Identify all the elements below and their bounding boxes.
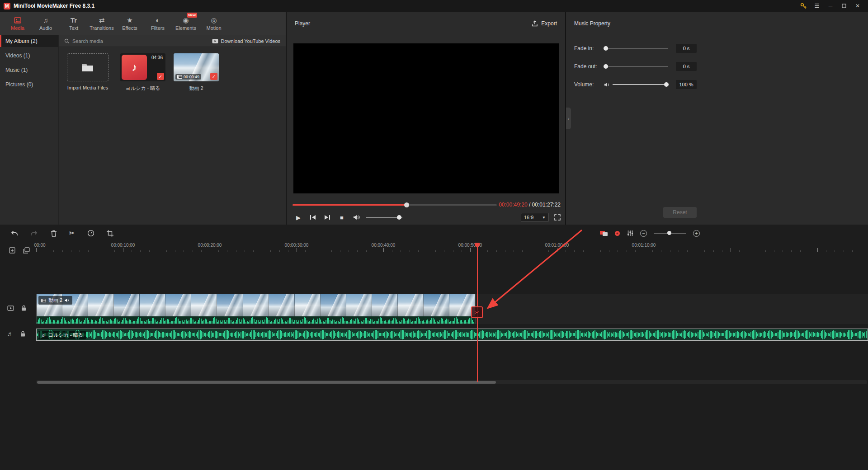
split-scissors-icon[interactable]: ✂	[69, 229, 75, 237]
music-card-box[interactable]: ♪ 04:36 ✓	[120, 53, 165, 81]
video-clip-label: 動画 2	[48, 297, 62, 304]
panel-title: Music Property	[566, 12, 868, 35]
progress-handle[interactable]	[404, 202, 409, 207]
menu-icon[interactable]: ☰	[810, 0, 824, 12]
audio-mixer-icon[interactable]	[627, 230, 633, 236]
timeline-ruler[interactable]: 00:00 00:00:10:00 00:00:20:00 00:00:30:0…	[0, 243, 868, 251]
sidebar-item-pictures[interactable]: Pictures (0)	[0, 79, 58, 90]
tab-motion[interactable]: ◎ Motion	[200, 12, 228, 35]
fade-in-slider[interactable]	[604, 48, 668, 49]
player-volume-handle[interactable]	[397, 215, 401, 220]
video-clip-waveform	[37, 316, 475, 324]
player-title: Player	[295, 20, 310, 27]
import-dropzone[interactable]	[67, 53, 108, 81]
timeline-video-clip[interactable]: 動画 2	[36, 294, 476, 324]
tab-media[interactable]: Media	[4, 12, 32, 35]
tab-elements[interactable]: New ◉ Elements	[172, 12, 200, 35]
fade-in-row: Fade in: 0 s	[566, 43, 868, 53]
fade-in-value: 0 s	[676, 44, 697, 53]
annotation-arrow	[0, 225, 868, 470]
close-icon[interactable]: ✕	[851, 0, 864, 12]
aspect-ratio-select[interactable]: 16:9 ▼	[521, 213, 549, 222]
app-logo-icon: M	[4, 3, 10, 9]
volume-slider[interactable]	[613, 84, 668, 85]
fade-in-handle[interactable]	[604, 46, 608, 51]
reset-button[interactable]: Reset	[663, 207, 697, 218]
zoom-in-icon[interactable]: +	[693, 230, 700, 237]
tab-text[interactable]: Tr Text	[60, 12, 88, 35]
video-card-box[interactable]: 00:00:49 ✓	[174, 53, 219, 81]
text-icon: Tr	[71, 16, 77, 24]
split-clip-button[interactable]: ✂	[471, 306, 483, 318]
tab-audio[interactable]: ♫ Audio	[32, 12, 60, 35]
video-media-card[interactable]: 00:00:49 ✓ 動画 2	[174, 53, 219, 92]
lock-icon[interactable]	[21, 305, 26, 311]
search-input[interactable]	[72, 38, 209, 44]
collapse-panel-handle[interactable]: ›	[566, 108, 571, 129]
fade-out-slider[interactable]	[604, 66, 668, 67]
video-clip-thumbnails	[37, 294, 475, 317]
import-media-card[interactable]: Import Media Files	[67, 53, 112, 92]
new-badge: New	[187, 13, 197, 18]
maximize-icon[interactable]	[837, 0, 851, 12]
delete-icon[interactable]	[51, 230, 57, 237]
player-volume-slider[interactable]	[366, 217, 402, 218]
crop-icon[interactable]	[107, 230, 113, 237]
speaker-icon	[604, 82, 610, 87]
media-grid: Import Media Files ♪ 04:36 ✓ ヨルシカ - 晴る	[59, 47, 286, 98]
next-frame-button[interactable]	[320, 212, 335, 223]
duplicate-clip-icon[interactable]	[23, 247, 30, 254]
license-key-icon[interactable]	[797, 0, 810, 12]
stop-button[interactable]: ■	[335, 212, 349, 223]
speaker-icon	[65, 298, 70, 302]
video-card-label: 動画 2	[174, 85, 219, 92]
zoom-out-icon[interactable]: −	[640, 230, 647, 237]
window-title: MiniTool MovieMaker Free 8.3.1	[14, 3, 94, 9]
tab-effects[interactable]: ★ Effects	[116, 12, 144, 35]
fade-out-handle[interactable]	[604, 64, 608, 69]
horizontal-scrollbar[interactable]	[36, 380, 867, 384]
add-clip-icon[interactable]	[9, 247, 16, 254]
timeline-panel: ✂ − +	[0, 225, 868, 470]
marker-icon[interactable]	[614, 230, 620, 236]
audio-track-icon: ♬	[7, 330, 13, 337]
minimize-icon[interactable]: ─	[824, 0, 837, 12]
tab-filters[interactable]: ◐ Filters	[144, 12, 172, 35]
track-headers: ♬	[0, 242, 36, 470]
play-button[interactable]: ▶	[291, 212, 306, 223]
transitions-icon: ⇄	[99, 16, 105, 24]
zoom-handle[interactable]	[667, 231, 671, 235]
scrollbar-thumb[interactable]	[37, 381, 496, 384]
tab-transitions[interactable]: ⇄ Transitions	[88, 12, 116, 35]
fullscreen-icon[interactable]	[554, 214, 561, 221]
download-youtube-link[interactable]: Download YouTube Videos	[212, 38, 281, 44]
media-sidebar: My Album (2) Videos (1) Music (1) Pictur…	[0, 35, 59, 225]
checkmark-icon: ✓	[157, 73, 164, 80]
undo-icon[interactable]	[10, 230, 18, 236]
volume-icon[interactable]	[349, 212, 363, 223]
music-media-card[interactable]: ♪ 04:36 ✓ ヨルシカ - 晴る	[120, 53, 165, 92]
redo-icon[interactable]	[30, 230, 38, 236]
audio-clip-label: ヨルシカ - 晴る	[48, 332, 83, 338]
music-card-label: ヨルシカ - 晴る	[120, 85, 165, 92]
lock-icon[interactable]	[20, 331, 25, 337]
music-note-icon: ♬	[41, 333, 46, 338]
sidebar-item-music[interactable]: Music (1)	[0, 64, 58, 76]
export-button[interactable]: Export	[532, 20, 557, 27]
track-display-mode-icon[interactable]	[600, 230, 608, 236]
sidebar-item-my-album[interactable]: My Album (2)	[0, 35, 58, 47]
audio-icon: ♫	[43, 16, 48, 24]
timeline-audio-clip[interactable]: ♬ ヨルシカ - 晴る	[36, 329, 868, 341]
media-icon	[14, 16, 21, 24]
total-time: 00:01:27:22	[532, 202, 561, 208]
playback-progress-bar[interactable]	[292, 204, 497, 206]
motion-icon: ◎	[211, 16, 217, 24]
previous-frame-button[interactable]	[306, 212, 320, 223]
title-bar: M MiniTool MovieMaker Free 8.3.1 ☰ ─ ✕	[0, 0, 868, 12]
timeline-zoom-slider[interactable]	[654, 233, 686, 234]
sidebar-item-videos[interactable]: Videos (1)	[0, 50, 58, 61]
speed-icon[interactable]	[87, 230, 94, 237]
volume-handle[interactable]	[664, 82, 669, 87]
effects-icon: ★	[127, 16, 132, 24]
video-preview[interactable]	[293, 43, 559, 193]
